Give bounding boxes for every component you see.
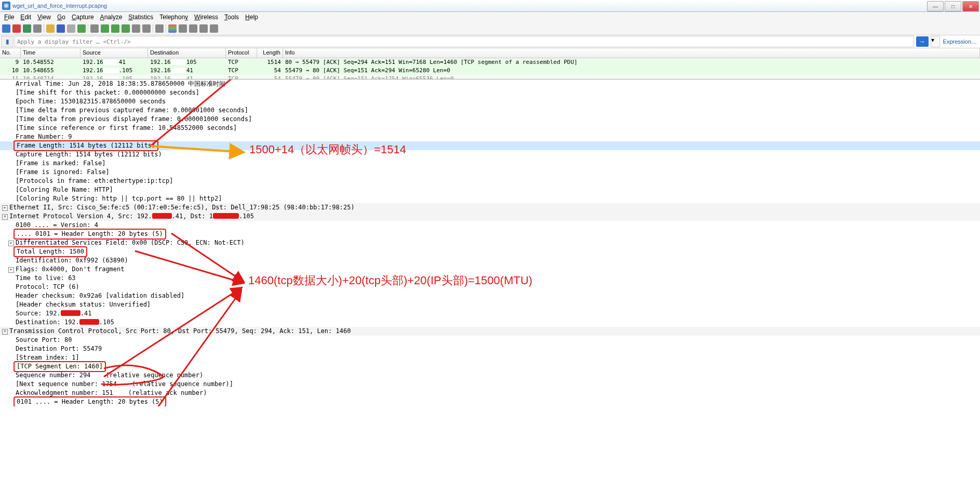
column-length[interactable]: Length [257, 48, 283, 58]
expression-link[interactable]: Expression… [940, 38, 980, 45]
reload-icon[interactable] [77, 24, 86, 33]
stop-capture-icon[interactable] [12, 24, 21, 33]
display-filter-input[interactable] [15, 36, 914, 47]
options-icon[interactable] [33, 24, 42, 33]
zoom-out-icon[interactable] [189, 24, 197, 33]
detail-line[interactable]: Sequence number: 294 (relative sequence … [0, 371, 980, 380]
detail-line[interactable]: Time to live: 63 [0, 274, 980, 283]
menu-go[interactable]: Go [54, 12, 69, 22]
menu-bar: File Edit View Go Capture Analyze Statis… [0, 12, 980, 22]
toolbar [0, 22, 980, 35]
detail-line[interactable]: [Time delta from previous captured frame… [0, 106, 980, 115]
close-file-icon[interactable] [67, 24, 75, 33]
ip-total-length[interactable]: Total Length: 1500 [0, 247, 980, 256]
detail-line[interactable]: [Header checksum status: Unverified] [0, 300, 980, 309]
minimize-button[interactable]: — [927, 1, 944, 11]
detail-line[interactable]: Protocol: TCP (6) [0, 283, 980, 292]
detail-line[interactable]: [Protocols in frame: eth:ethertype:ip:tc… [0, 177, 980, 186]
detail-line[interactable]: Destination Port: 55479 [0, 344, 980, 353]
detail-line[interactable]: [Frame is marked: False] [0, 159, 980, 168]
chevron-down-icon[interactable]: ▾ [2, 329, 8, 335]
column-protocol[interactable]: Protocol [226, 48, 257, 58]
chevron-right-icon[interactable]: ▸ [8, 267, 14, 273]
menu-wireless[interactable]: Wireless [191, 12, 221, 22]
zoom-reset-icon[interactable] [199, 24, 208, 33]
detail-line[interactable]: [Coloring Rule String: http || tcp.port … [0, 194, 980, 203]
detail-line[interactable]: Arrival Time: Jun 28, 2018 18:38:35.8786… [0, 80, 980, 88]
column-time[interactable]: Time [21, 48, 80, 58]
tcp-segment-len[interactable]: [TCP Segment Len: 1460] [0, 362, 980, 371]
save-icon[interactable] [57, 24, 65, 33]
restart-capture-icon[interactable] [23, 24, 31, 33]
column-info[interactable]: Info [283, 48, 980, 58]
packet-list-header: No. Time Source Destination Protocol Len… [0, 48, 980, 58]
next-icon[interactable] [111, 24, 119, 33]
tcp-header-length[interactable]: 0101 .... = Header Length: 20 bytes (5) [0, 398, 980, 406]
detail-line[interactable]: [Frame is ignored: False] [0, 168, 980, 177]
column-source[interactable]: Source [80, 48, 148, 58]
detail-line[interactable]: Identification: 0xf992 (63890) [0, 256, 980, 265]
autoscroll-icon[interactable] [155, 24, 164, 33]
find-icon[interactable] [90, 24, 99, 33]
prev-icon[interactable] [101, 24, 109, 33]
detail-line[interactable]: [Next sequence number: 1754 (relative se… [0, 380, 980, 389]
detail-line[interactable]: Header checksum: 0x92a6 [validation disa… [0, 292, 980, 300]
menu-analyze[interactable]: Analyze [97, 12, 126, 22]
packet-row[interactable]: 11 10.548714 192.16.105 192.1641 TCP 54 … [0, 75, 980, 79]
last-icon[interactable] [142, 24, 151, 33]
colorize-icon[interactable] [168, 24, 177, 33]
filter-history-button[interactable]: ▾ [931, 36, 940, 47]
start-capture-icon[interactable] [2, 24, 10, 33]
resize-cols-icon[interactable] [210, 24, 218, 33]
packet-row[interactable]: 9 10.548552 192.1641 192.16105 TCP 1514 … [0, 58, 980, 67]
zoom-in-icon[interactable] [179, 24, 187, 33]
filter-bookmark-icon[interactable]: ▮ [1, 36, 14, 47]
menu-file[interactable]: File [1, 12, 17, 22]
app-icon [2, 2, 10, 10]
frame-length-field[interactable]: Frame Length: 1514 bytes (12112 bits) [0, 141, 980, 150]
menu-telephony[interactable]: Telephony [156, 12, 191, 22]
first-icon[interactable] [132, 24, 140, 33]
detail-line[interactable]: [Time delta from previous displayed fram… [0, 115, 980, 124]
detail-line[interactable]: Source: 192..41 [0, 309, 980, 318]
tcp-header[interactable]: ▾Transmission Control Protocol, Src Port… [0, 327, 980, 336]
detail-line[interactable]: [Time since reference or first frame: 10… [0, 124, 980, 132]
open-icon[interactable] [46, 24, 55, 33]
column-no[interactable]: No. [0, 48, 21, 58]
detail-line[interactable]: [Stream index: 1] [0, 353, 980, 362]
maximize-button[interactable]: □ [945, 1, 961, 11]
menu-view[interactable]: View [34, 12, 54, 22]
window-title: wget_url_and_force_interrupt.pcapng [12, 3, 107, 9]
packet-details: 1500+14（以太网帧头）=1514 1460(tcp数据大小)+20(tcp… [0, 79, 980, 406]
detail-line[interactable]: Source Port: 80 [0, 336, 980, 344]
ip-header-length[interactable]: .... 0101 = Header Length: 20 bytes (5) [0, 230, 980, 239]
chevron-right-icon[interactable]: ▸ [8, 241, 14, 246]
close-button[interactable]: ✕ [962, 1, 979, 11]
menu-edit[interactable]: Edit [17, 12, 34, 22]
goto-icon[interactable] [122, 24, 130, 33]
chevron-right-icon[interactable]: ▸ [2, 205, 8, 211]
apply-filter-button[interactable]: → [916, 36, 929, 47]
packet-list: 9 10.548552 192.1641 192.16105 TCP 1514 … [0, 58, 980, 79]
menu-capture[interactable]: Capture [69, 12, 97, 22]
detail-line[interactable]: Epoch Time: 1530182315.878650000 seconds [0, 97, 980, 106]
chevron-down-icon[interactable]: ▾ [2, 214, 8, 220]
ethernet-header[interactable]: ▸Ethernet II, Src: Cisco_5e:fe:c5 (00:17… [0, 203, 980, 212]
detail-line[interactable]: [Coloring Rule Name: HTTP] [0, 186, 980, 194]
detail-line[interactable]: Destination: 192..105 [0, 318, 980, 327]
menu-statistics[interactable]: Statistics [125, 12, 156, 22]
column-destination[interactable]: Destination [148, 48, 226, 58]
detail-line[interactable]: ▸Differentiated Services Field: 0x00 (DS… [0, 239, 980, 247]
packet-row[interactable]: 10 10.548655 192.16.105 192.1641 TCP 54 … [0, 67, 980, 75]
filter-bar: ▮ → ▾ Expression… [0, 35, 980, 48]
ip-header[interactable]: ▾Internet Protocol Version 4, Src: 192..… [0, 212, 980, 221]
detail-line[interactable]: [Time shift for this packet: 0.000000000… [0, 88, 980, 97]
menu-help[interactable]: Help [242, 12, 261, 22]
detail-line[interactable]: Capture Length: 1514 bytes (12112 bits) [0, 150, 980, 159]
menu-tools[interactable]: Tools [221, 12, 242, 22]
detail-line[interactable]: ▸Flags: 0x4000, Don't fragment [0, 265, 980, 274]
title-bar: wget_url_and_force_interrupt.pcapng — □ … [0, 0, 980, 12]
